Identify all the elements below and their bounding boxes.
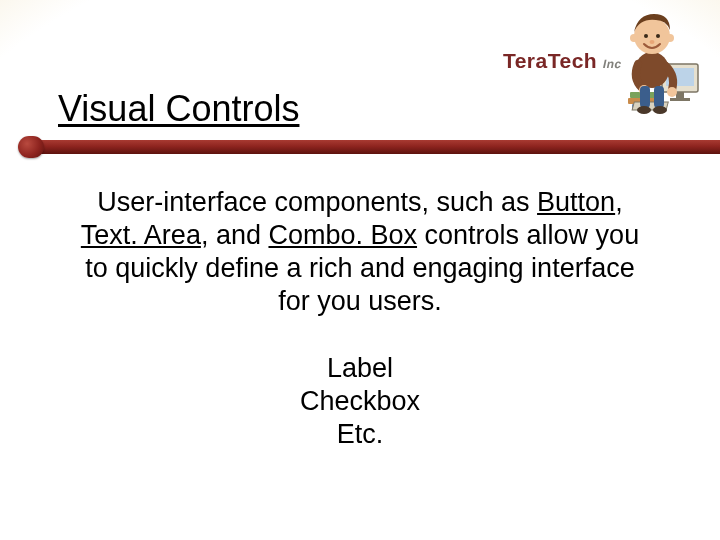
para-sep-2: , and	[201, 220, 269, 250]
svg-point-10	[667, 87, 677, 97]
slide-title: Visual Controls	[58, 88, 660, 130]
svg-point-13	[666, 34, 674, 42]
link-combobox: Combo. Box	[268, 220, 417, 250]
svg-point-15	[656, 34, 660, 38]
body-text: User-interface components, such as Butto…	[78, 186, 642, 451]
slide: TeraTech Inc	[0, 0, 720, 540]
link-textarea: Text. Area	[81, 220, 201, 250]
svg-rect-6	[670, 98, 690, 101]
svg-rect-5	[676, 92, 684, 98]
brand-name: TeraTech	[503, 49, 597, 73]
list-item: Etc.	[78, 418, 642, 451]
body-paragraph: User-interface components, such as Butto…	[78, 186, 642, 318]
brand-suffix: Inc	[602, 57, 624, 71]
title-region: Visual Controls	[58, 88, 660, 138]
para-sep-1: ,	[615, 187, 623, 217]
svg-point-12	[630, 34, 638, 42]
link-button: Button	[537, 187, 615, 217]
bar-body	[32, 140, 720, 154]
svg-point-14	[644, 34, 648, 38]
list-item: Label	[78, 352, 642, 385]
para-text-1: User-interface components, such as	[97, 187, 537, 217]
examples-list: Label Checkbox Etc.	[78, 352, 642, 451]
svg-point-16	[650, 40, 655, 44]
list-item: Checkbox	[78, 385, 642, 418]
title-underline-bar	[18, 138, 720, 156]
bar-cap	[18, 136, 44, 158]
